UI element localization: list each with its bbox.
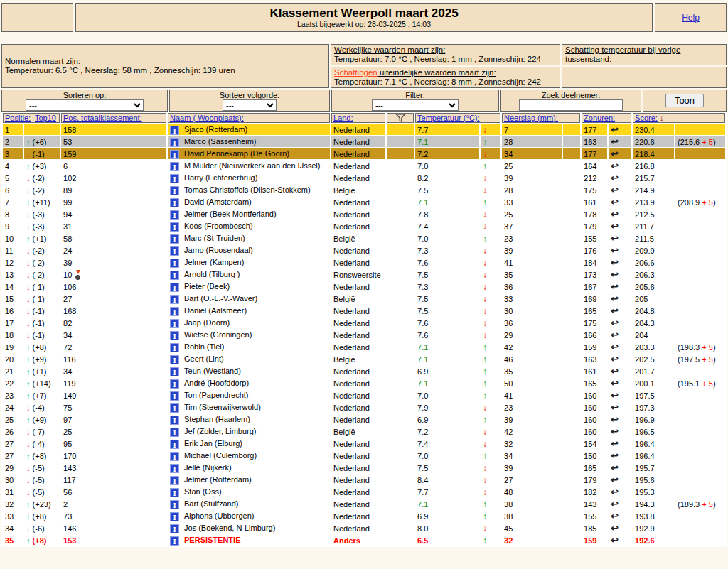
sorteren-op-label: Sorteren op:: [63, 91, 107, 99]
table-header-row: Positie: Top10 Pos. totaalklassement: Na…: [3, 113, 725, 123]
participant-info-icon[interactable]: I: [170, 295, 179, 304]
history-loop-icon[interactable]: ↩: [611, 233, 619, 244]
participant-info-icon[interactable]: I: [170, 246, 179, 256]
cell-score-bonus: [675, 438, 725, 449]
header-temperatuur-link[interactable]: Temperatuur (°C):: [417, 114, 480, 122]
history-loop-icon[interactable]: ↩: [611, 342, 619, 352]
participant-info-icon[interactable]: I: [170, 186, 179, 195]
header-score-link[interactable]: Score:: [635, 114, 658, 122]
history-loop-icon[interactable]: ↩: [611, 354, 619, 364]
header-neerslag-link[interactable]: Neerslag (mm):: [504, 114, 558, 122]
history-loop-icon[interactable]: ↩: [611, 318, 619, 328]
history-loop-icon[interactable]: ↩: [611, 257, 619, 268]
participant-info-icon[interactable]: I: [170, 259, 179, 268]
history-loop-icon[interactable]: ↩: [611, 511, 619, 521]
history-loop-icon[interactable]: ↩: [611, 499, 619, 509]
participant-info-icon[interactable]: I: [170, 150, 179, 159]
down-arrow-icon: ↓: [26, 174, 31, 183]
history-loop-icon[interactable]: ↩: [611, 185, 619, 195]
participant-info-icon[interactable]: I: [170, 138, 179, 147]
participant-info-icon[interactable]: I: [170, 428, 179, 437]
header-positie-link[interactable]: Positie:: [5, 114, 31, 122]
participant-info-icon[interactable]: I: [170, 319, 179, 328]
header-land-link[interactable]: Land:: [333, 114, 353, 122]
participant-info-icon[interactable]: I: [170, 331, 179, 340]
filter-select[interactable]: ---: [372, 99, 459, 111]
history-loop-icon[interactable]: ↩: [611, 414, 619, 425]
history-loop-icon[interactable]: ↩: [611, 402, 619, 413]
history-loop-icon[interactable]: ↩: [611, 209, 619, 220]
participant-info-icon[interactable]: I: [170, 379, 179, 389]
participant-info-icon[interactable]: I: [170, 512, 179, 521]
history-loop-icon[interactable]: ↩: [611, 378, 619, 389]
history-loop-icon[interactable]: ↩: [611, 173, 619, 183]
header-naam-link[interactable]: Naam ( Woonplaats):: [170, 114, 244, 122]
participant-info-icon[interactable]: I: [170, 536, 179, 546]
header-pos-totaal-link[interactable]: Pos. totaalklassement:: [63, 114, 142, 122]
participant-info-icon[interactable]: I: [170, 198, 179, 207]
participant-info-icon[interactable]: I: [170, 126, 179, 135]
participant-info-icon[interactable]: I: [170, 391, 179, 401]
participant-info-icon[interactable]: I: [170, 234, 179, 244]
participant-info-icon[interactable]: I: [170, 222, 179, 232]
history-loop-icon[interactable]: ↩: [611, 221, 619, 232]
cell-pos-totaalklassement: 153: [61, 535, 166, 546]
participant-info-icon[interactable]: I: [170, 403, 179, 413]
history-loop-icon[interactable]: ↩: [611, 281, 619, 292]
history-loop-icon[interactable]: ↩: [611, 197, 619, 207]
participant-info-icon[interactable]: I: [170, 283, 179, 292]
participant-info-icon[interactable]: I: [170, 524, 179, 533]
history-loop-icon[interactable]: ↩: [611, 390, 619, 401]
history-loop-icon[interactable]: ↩: [611, 161, 619, 171]
participant-info-icon[interactable]: I: [170, 452, 179, 461]
funnel-icon[interactable]: [395, 114, 406, 122]
history-loop-icon[interactable]: ↩: [611, 523, 619, 533]
history-loop-icon[interactable]: ↩: [611, 269, 619, 280]
cell-score-bonus: [675, 426, 725, 437]
participant-info-icon[interactable]: I: [170, 355, 179, 364]
participant-info-icon[interactable]: I: [170, 162, 179, 171]
history-loop-icon[interactable]: ↩: [611, 535, 619, 546]
history-loop-icon[interactable]: ↩: [611, 438, 619, 449]
table-row: 16↓ (-1)168IDaniël (Aalsmeer)Nederland7.…: [3, 305, 725, 316]
schattingen-link[interactable]: Schattingen: [334, 68, 378, 77]
history-loop-icon[interactable]: ↩: [611, 305, 619, 316]
sorteer-volgorde-select[interactable]: ---: [223, 99, 277, 111]
history-loop-icon[interactable]: ↩: [611, 330, 619, 340]
help-link[interactable]: Help: [682, 13, 700, 23]
history-loop-icon[interactable]: ↩: [611, 366, 619, 376]
participant-name: Jelmer (Kampen): [184, 258, 244, 266]
participant-info-icon[interactable]: I: [170, 488, 179, 497]
participant-info-icon[interactable]: I: [170, 440, 179, 449]
cell-pos-totaalklassement: 106: [61, 281, 166, 292]
cell-top10: ↑ (+1): [24, 233, 60, 244]
history-loop-icon[interactable]: ↩: [611, 245, 619, 256]
history-loop-icon[interactable]: ↩: [611, 487, 619, 497]
history-loop-icon[interactable]: ↩: [611, 148, 619, 159]
history-loop-icon[interactable]: ↩: [611, 450, 619, 461]
participant-info-icon[interactable]: I: [170, 367, 179, 376]
toon-button[interactable]: Toon: [665, 94, 704, 107]
ranking-table-body: 1158ISjaco (Rotterdam)Nederland7.7↓7177↩…: [3, 124, 725, 546]
history-loop-icon[interactable]: ↩: [611, 136, 619, 147]
sorteren-op-select[interactable]: ---: [26, 99, 144, 111]
participant-info-icon[interactable]: I: [170, 476, 179, 485]
participant-info-icon[interactable]: I: [170, 464, 179, 473]
cell-land: Nederland: [331, 475, 385, 485]
history-loop-icon[interactable]: ↩: [611, 426, 619, 437]
participant-info-icon[interactable]: I: [170, 271, 179, 280]
participant-info-icon[interactable]: I: [170, 210, 179, 220]
cell-history: ↩: [609, 390, 631, 401]
header-top10-link[interactable]: Top10: [35, 114, 56, 122]
participant-info-icon[interactable]: I: [170, 174, 179, 183]
history-loop-icon[interactable]: ↩: [611, 462, 619, 473]
participant-info-icon[interactable]: I: [170, 500, 179, 509]
participant-info-icon[interactable]: I: [170, 343, 179, 352]
history-loop-icon[interactable]: ↩: [611, 124, 619, 135]
history-loop-icon[interactable]: ↩: [611, 475, 619, 485]
participant-info-icon[interactable]: I: [170, 307, 179, 316]
zoek-deelnemer-input[interactable]: [519, 99, 623, 111]
participant-info-icon[interactable]: I: [170, 416, 179, 425]
header-zonuren-link[interactable]: Zonuren:: [584, 114, 615, 122]
history-loop-icon[interactable]: ↩: [611, 293, 619, 304]
